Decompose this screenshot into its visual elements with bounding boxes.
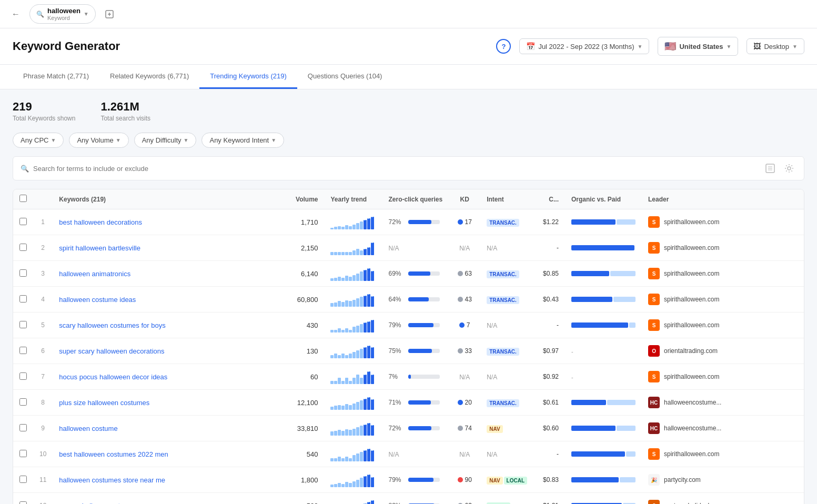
leader-cell: S spirithalloween.com (642, 235, 804, 261)
keyword-link[interactable]: super scary halloween decorations (59, 347, 164, 355)
kd-cell: 20 (449, 390, 480, 416)
device-selector[interactable]: 🖼 Desktop ▼ (747, 38, 804, 54)
leader-name: partycity.com (664, 476, 701, 483)
settings-button[interactable] (782, 161, 796, 176)
keyword-link[interactable]: best halloween decorations (59, 218, 142, 226)
row-checkbox[interactable] (19, 450, 27, 457)
row-checkbox[interactable] (19, 398, 27, 406)
tab-phrase-match[interactable]: Phrase Match (2,771) (13, 65, 99, 89)
leader-cell: HC halloweencostume... (642, 416, 804, 441)
intent-cell: TRANSAC. (480, 390, 533, 416)
row-checkbox[interactable] (19, 424, 27, 431)
ovp-cell (565, 287, 642, 313)
kd-cell: 90 (449, 467, 480, 493)
country-selector[interactable]: 🇺🇸 United States ▼ (658, 37, 738, 56)
tab-trending-keywords[interactable]: Trending Keywords (219) (199, 65, 297, 89)
keyword-cell: scary halloween costumes for boys (53, 313, 282, 338)
keyword-cell: halloween animatronics (53, 261, 282, 287)
kd-cell: 74 (449, 416, 480, 441)
keywords-table: Keywords (219) Volume Yearly trend Zero-… (13, 189, 804, 504)
intent-cell: NAVLOCAL (480, 467, 533, 493)
row-checkbox[interactable] (19, 269, 27, 277)
volume-filter[interactable]: Any Volume ▼ (69, 133, 128, 148)
select-all-checkbox[interactable] (19, 195, 27, 202)
keyword-intent-filter[interactable]: Any Keyword Intent ▼ (201, 133, 284, 148)
date-range-selector[interactable]: 📅 Jul 2022 - Sep 2022 (3 Months) ▼ (519, 38, 649, 54)
keyword-search-bar: 🔍 (13, 156, 804, 180)
keyword-link[interactable]: halloween costumes store near me (59, 476, 165, 484)
keyword-link[interactable]: halloween costume ideas (59, 296, 136, 304)
header-controls: ? 📅 Jul 2022 - Sep 2022 (3 Months) ▼ 🇺🇸 … (496, 37, 804, 56)
intent-cell: TRANSAC. (480, 287, 533, 313)
row-checkbox[interactable] (19, 295, 27, 303)
row-checkbox[interactable] (19, 501, 27, 505)
flag-icon: 🇺🇸 (664, 41, 676, 52)
volume-cell: 540 (282, 441, 324, 467)
difficulty-filter[interactable]: Any Difficulty ▼ (134, 133, 197, 148)
calendar-icon: 📅 (526, 42, 535, 51)
keyword-pill[interactable]: 🔍 halloween Keyword ▼ (29, 4, 96, 24)
ovp-cell (565, 493, 642, 505)
table-row: 3 halloween animatronics 6,140 69% 63 TR… (13, 261, 804, 287)
keyword-link[interactable]: best halloween costumes 2022 men (59, 450, 168, 458)
zcq-cell: 79% (382, 467, 449, 493)
col-zcq: Zero-click queries (382, 189, 449, 209)
row-checkbox[interactable] (19, 218, 27, 225)
keyword-cell: halloween costumes store near me (53, 467, 282, 493)
intent-cell: TRANSAC. (480, 261, 533, 287)
help-button[interactable]: ? (496, 39, 511, 54)
total-keywords-stat: 219 Total Keywords shown (13, 100, 75, 122)
leader-cell: C costumeholidayho... (642, 493, 804, 505)
leader-name: spirithalloween.com (664, 218, 719, 226)
ovp-cell (565, 416, 642, 441)
ovp-cell (565, 467, 642, 493)
keyword-link[interactable]: plus size halloween costumes (59, 399, 149, 407)
leader-cell: S spirithalloween.com (642, 364, 804, 390)
keyword-link[interactable]: pop up halloween stores (59, 502, 133, 505)
leader-cell: 🎉 partycity.com (642, 467, 804, 493)
keyword-cell: plus size halloween costumes (53, 390, 282, 416)
leader-cell: HC halloweencostume... (642, 390, 804, 416)
col-leader: Leader (642, 189, 804, 209)
col-kd: KD (449, 189, 480, 209)
table-row: 1 best halloween decorations 1,710 72% 1… (13, 209, 804, 235)
ovp-cell (565, 390, 642, 416)
row-number: 2 (33, 235, 53, 261)
keyword-link[interactable]: halloween costume (59, 425, 117, 432)
cpc-cell: $0.92 (533, 364, 565, 390)
table-row: 6 super scary halloween decorations 130 … (13, 338, 804, 364)
leader-cell: S spirithalloween.com (642, 313, 804, 338)
svg-point-7 (788, 167, 791, 170)
tab-related-keywords[interactable]: Related Keywords (6,771) (99, 65, 199, 89)
keyword-link[interactable]: hocus pocus halloween decor ideas (59, 373, 167, 381)
row-checkbox[interactable] (19, 321, 27, 328)
col-keywords: Keywords (219) (53, 189, 282, 209)
main-content: 219 Total Keywords shown 1.261M Total se… (0, 89, 817, 504)
kd-cell: 43 (449, 287, 480, 313)
search-input[interactable] (33, 165, 244, 173)
row-number: 5 (33, 313, 53, 338)
cpc-cell: $0.85 (533, 261, 565, 287)
cpc-cell: $0.61 (533, 390, 565, 416)
tab-questions-queries[interactable]: Questions Queries (104) (297, 65, 393, 89)
row-number: 10 (33, 441, 53, 467)
keyword-link[interactable]: scary halloween costumes for boys (59, 321, 165, 329)
cpc-filter[interactable]: Any CPC ▼ (13, 133, 64, 148)
zcq-cell: 72% (382, 209, 449, 235)
add-button[interactable] (102, 7, 117, 22)
trend-cell (324, 390, 382, 416)
zcq-cell: N/A (382, 441, 449, 467)
leader-name: spirithalloween.com (664, 244, 719, 251)
export-excel-button[interactable] (763, 161, 778, 176)
row-checkbox[interactable] (19, 244, 27, 251)
keyword-cell: best halloween decorations (53, 209, 282, 235)
country-label: United States (679, 43, 723, 51)
row-checkbox[interactable] (19, 372, 27, 380)
chevron-down-icon: ▼ (792, 44, 798, 49)
row-checkbox[interactable] (19, 347, 27, 354)
intent-cell: LOCAL (480, 493, 533, 505)
row-checkbox[interactable] (19, 476, 27, 483)
keyword-link[interactable]: spirit halloween bartlesville (59, 244, 140, 252)
back-button[interactable]: ← (8, 7, 23, 22)
keyword-link[interactable]: halloween animatronics (59, 270, 130, 278)
